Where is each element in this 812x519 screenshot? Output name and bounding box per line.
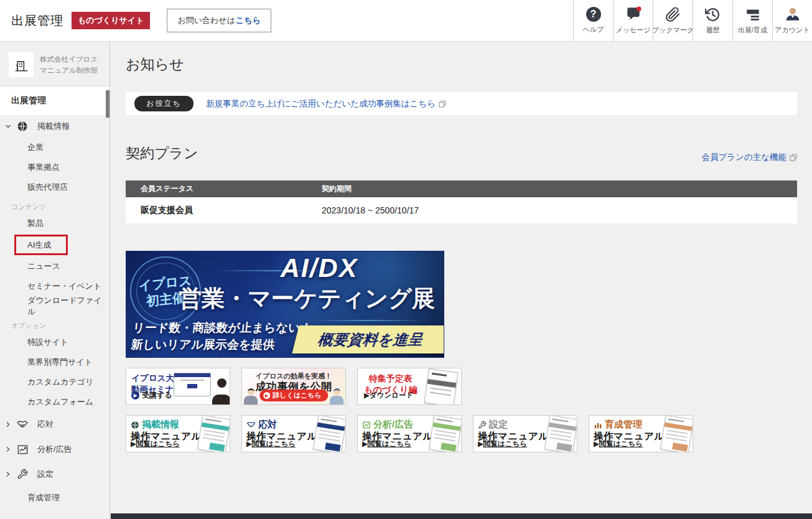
sidebar-item-company[interactable]: 企業 [0,138,110,157]
wrench-icon [16,469,29,480]
triangle-icon: ▶ [594,440,599,447]
play-icon: ▶ [131,391,139,400]
account-button[interactable]: アカウント [772,0,812,41]
building-icon [13,57,29,73]
sidebar-item-products[interactable]: 製品 [0,213,110,233]
sidebar-item-custom-category[interactable]: カスタムカテゴリ [0,372,110,392]
sidebar-item-industry-site[interactable]: 業界別専門サイト [0,352,110,372]
plan-table: 会員ステータス 契約期間 販促支援会員 2023/10/18 ~ 2500/10… [126,180,797,223]
play-icon: ▶ [263,392,270,399]
triangle-icon: ▶ [478,440,483,447]
app-title: 出展管理 [11,12,63,29]
banner-manual-analysis-ads[interactable]: 分析/広告 操作マニュアル ▶閲覧はこちら [357,415,462,452]
banner-video-seminar[interactable]: イプロス大学 動画セミナー ▶ 受講する [126,368,230,405]
businessman-figure [243,388,258,405]
manual-document-graphic [197,415,230,452]
notice-heading: お知らせ [126,55,797,74]
sidebar-group-response[interactable]: 応対 [0,412,110,437]
sidebar-item-download-files[interactable]: ダウンロードファイル [0,296,110,316]
triangle-icon: ▶ [362,440,368,447]
sidebar-item-custom-form[interactable]: カスタムフォーム [0,392,110,412]
plan-heading: 契約プラン [126,144,198,163]
bookmark-button[interactable]: ブックマーク [653,0,693,41]
annotation-highlight-box: AI生成 [14,235,68,255]
sidebar-item-business-locations[interactable]: 事業拠点 [0,157,110,177]
member-status-value: 販促支援会員 [126,197,307,223]
chevron-right-icon [5,471,11,477]
paperclip-icon [665,7,681,22]
globe-icon [131,421,139,429]
contact-button-link-text: こちら [236,15,261,26]
exhibit-training-button[interactable]: 出展/育成 [732,0,772,41]
sidebar-item-exhibit-management[interactable]: 出展管理 [0,86,110,115]
notice-card: お役立ち 新規事業の立ち上げにご活用いただいた成功事例集はこちら [126,92,797,115]
triangle-icon: ▶ [364,391,370,399]
sidebar-scrollbar-thumb[interactable] [106,90,110,118]
header-icon-bar: ? ヘルプ メッセージ ブックマーク 履歴 出展/育成 [573,0,812,41]
plan-features-link[interactable]: 会員プランの主な機能 [701,152,797,163]
top-header: 出展管理 ものづくりサイト お問い合わせはこちら ? ヘルプ メッセージ ブック… [0,0,812,42]
banner-manual-publish-info[interactable]: 掲載情報 操作マニュアル ▶閲覧はこちら [126,415,230,452]
hero-title-main: 営業・マーケティング展 [171,283,442,314]
details-button: ▶ 詳しくはこちら [259,390,328,401]
header-left: 出展管理 ものづくりサイト お問い合わせはこちら [0,9,271,32]
sidebar-item-news[interactable]: ニュース [0,256,110,276]
footer-bar [111,513,812,519]
help-button[interactable]: ? ヘルプ [573,0,613,41]
hero-banner-ai-dx-expo[interactable]: イプロス 初主催 AI/DX 営業・マーケティング展 リード数・商談数が止まらな… [126,251,444,358]
banner-manual-response[interactable]: 応対 操作マニュアル ▶閲覧はこちら [241,415,346,452]
message-button[interactable]: メッセージ [613,0,653,41]
message-icon [625,6,642,22]
history-icon [705,7,721,22]
handshake-icon [16,418,29,431]
wrench-icon [478,421,487,429]
col-member-status: 会員ステータス [126,180,307,197]
company-name: 株式会社イプロス マニュアル制作部 [40,52,98,77]
sidebar-item-seminar-event[interactable]: セミナー・イベント [0,276,110,296]
history-button[interactable]: 履歴 [693,0,732,41]
triangle-icon: ▶ [131,440,136,447]
notice-link[interactable]: 新規事業の立ち上げにご活用いただいた成功事例集はこちら [206,98,446,110]
sidebar: 株式会社イプロス マニュアル制作部 出展管理 掲載情報 企業 事業拠点 販売代理… [0,42,110,519]
sidebar-item-ai-generation[interactable]: AI生成 [16,236,66,253]
contract-period-value: 2023/10/18 ~ 2500/10/17 [307,197,797,223]
manual-document-graphic [313,415,346,452]
manual-banner-row: 掲載情報 操作マニュアル ▶閲覧はこちら 応対 操作マニュアル ▶閲覧はこちら [126,415,797,452]
banner-manual-training[interactable]: 育成管理 操作マニュアル ▶閲覧はこちら [589,415,693,452]
chart-icon [16,444,29,456]
notice-category-badge: お役立ち [134,96,194,111]
main-content: お知らせ お役立ち 新規事業の立ち上げにご活用いただいた成功事例集はこちら 契約… [111,42,812,519]
banner-feature-schedule[interactable]: 特集予定表 ものづくり編 ▶ダウンロード [357,368,462,405]
banner-success-cases[interactable]: イプロスの効果を実感！ 成功事例を公開 ▶ 詳しくはこちら [241,368,346,405]
chevron-right-icon [5,421,11,428]
external-link-icon [439,100,446,108]
sidebar-group-settings[interactable]: 設定 [0,462,110,487]
contact-button[interactable]: お問い合わせはこちら [167,9,271,32]
sidebar-item-special-site[interactable]: 特設サイト [0,332,110,352]
sidebar-item-distributors[interactable]: 販売代理店 [0,177,110,197]
chevron-right-icon [5,446,11,452]
manual-document-graphic [660,415,693,452]
plan-table-row: 販促支援会員 2023/10/18 ~ 2500/10/17 [126,197,797,223]
presentation-screen-graphic [174,373,211,396]
company-logo-box [9,52,34,77]
hero-cta-ribbon: 概要資料を進呈 [292,325,444,353]
hero-lead-text: リード数・商談数が止まらない！ 新しいリアル展示会を提供 [130,320,313,353]
banner-manual-settings[interactable]: 設定 操作マニュアル ▶閲覧はこちら [473,415,577,452]
sidebar-section-option: オプション [0,316,110,332]
globe-icon [16,121,29,132]
bar-chart-icon [594,421,602,429]
sidebar-group-publish-info[interactable]: 掲載情報 [0,115,110,138]
sidebar-item-training-management[interactable]: 育成管理 [0,487,110,509]
sidebar-section-content: コンテンツ [0,197,110,213]
plan-table-header-row: 会員ステータス 契約期間 [126,180,797,197]
account-avatar-icon [785,6,801,22]
worker-figure [329,388,344,405]
sidebar-group-analysis-ads[interactable]: 分析/広告 [0,437,110,462]
manual-document-graphic [429,415,462,452]
sidebar-nav: 掲載情報 企業 事業拠点 販売代理店 コンテンツ 製品 AI生成 ニュース セミ… [0,115,110,509]
external-link-icon [790,154,797,161]
manual-document-graphic [544,415,577,452]
company-block: 株式会社イプロス マニュアル制作部 [0,42,110,86]
site-type-badge: ものづくりサイト [72,12,150,29]
